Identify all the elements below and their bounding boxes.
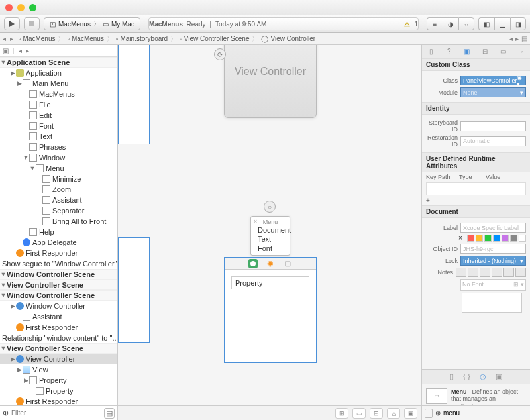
notes-bold-button[interactable] <box>456 268 466 277</box>
breadcrumb-item[interactable]: ▫MacMenus <box>67 35 103 42</box>
jump-next-button[interactable]: ▸ <box>515 35 519 42</box>
breadcrumb-item[interactable]: ▫View Controller Scene <box>180 35 249 42</box>
outline-item[interactable]: Show segue to "Window Controller" <box>0 258 117 269</box>
attributes-inspector-tab[interactable]: ⊟ <box>480 48 490 55</box>
outline-item[interactable]: ▶View <box>0 364 117 375</box>
notes-textarea[interactable] <box>462 293 522 313</box>
outline-item[interactable]: Font <box>0 121 117 131</box>
color-swatch[interactable] <box>484 235 492 242</box>
color-swatch[interactable] <box>476 235 483 242</box>
canvas-align-button[interactable]: ▭ <box>352 408 366 419</box>
canvas[interactable]: View Controller ⟳ ○ × Menu DocumentTextF… <box>118 45 421 420</box>
breadcrumb-item[interactable]: ▫MacMenus <box>19 35 55 42</box>
outline-item[interactable]: Separator <box>0 205 117 216</box>
menu-item[interactable]: Document <box>251 225 290 235</box>
outline-item[interactable]: Property <box>0 386 117 396</box>
stop-button[interactable] <box>24 17 40 30</box>
notes-align-l-button[interactable] <box>480 268 490 277</box>
scene-header[interactable]: ▼Application Scene <box>0 57 117 68</box>
storyboard-id-field[interactable] <box>460 121 526 131</box>
size-inspector-tab[interactable]: ▭ <box>498 48 508 55</box>
scene-header[interactable]: ▼Window Controller Scene <box>0 290 117 301</box>
jump-menu-button[interactable]: ▤ <box>521 35 527 42</box>
outline-item[interactable]: Relationship "window content" to "... <box>0 333 117 343</box>
class-field[interactable]: PanelViewController◉ ▾ <box>460 76 526 85</box>
scene-dock-exit-icon[interactable]: ▢ <box>283 259 292 268</box>
object-library-tab[interactable]: ◎ <box>480 372 486 381</box>
version-editor-button[interactable]: ↔ <box>458 17 474 30</box>
outline-item[interactable]: First Responder <box>0 322 117 333</box>
connections-inspector-tab[interactable]: → <box>515 48 526 55</box>
breadcrumb-item[interactable]: ◯View Controller <box>261 35 315 42</box>
zoom-window-button[interactable] <box>29 4 36 11</box>
scene-header[interactable]: ▼View Controller Scene <box>0 343 117 354</box>
help-inspector-tab[interactable]: ? <box>444 48 454 55</box>
outline-toggle-icon[interactable]: ▣ <box>3 47 9 54</box>
scene-header[interactable]: ▼View Controller Scene <box>0 280 117 290</box>
file-template-tab[interactable]: ▯ <box>450 372 454 381</box>
media-library-tab[interactable]: ▣ <box>496 372 502 381</box>
outline-item[interactable]: ▼Window <box>0 152 117 163</box>
canvas-constraints-button[interactable]: ⊞ <box>335 408 348 419</box>
scheme-selector[interactable]: ◳ MacMenus 〉 ▭ My Mac <box>44 17 140 30</box>
color-swatch[interactable] <box>493 235 500 242</box>
menu-close-icon[interactable]: × <box>254 218 257 225</box>
jump-prev-button[interactable]: ◂ <box>509 35 513 42</box>
canvas-resolve-button[interactable]: △ <box>387 408 400 419</box>
menu-object[interactable]: × Menu DocumentTextFont <box>250 216 290 256</box>
outline-item[interactable]: ▶Main Menu <box>0 78 117 89</box>
outline-item[interactable]: Bring All to Front <box>0 216 117 227</box>
label-color-swatches[interactable]: × <box>458 235 526 242</box>
restoration-id-field[interactable]: Automatic <box>460 136 526 146</box>
toggle-navigator-button[interactable]: ◧ <box>478 17 494 30</box>
outline-item[interactable]: Minimize <box>0 174 117 184</box>
color-swatch[interactable] <box>467 235 474 242</box>
outline-item[interactable]: ▶Window Controller <box>0 301 117 311</box>
outline-item[interactable]: ▶View Controller <box>0 354 117 364</box>
notes-align-r-button[interactable] <box>504 268 514 277</box>
view-controller-placeholder[interactable]: View Controller <box>224 45 317 118</box>
outline-item[interactable]: First Responder <box>0 248 117 258</box>
outline-item[interactable]: ▶Application <box>0 68 117 78</box>
library-filter-input[interactable] <box>443 409 527 417</box>
outline-tree[interactable]: ▼Application Scene▶Application▶Main Menu… <box>0 57 117 405</box>
outline-nav-fwd[interactable]: ▸ <box>26 47 29 54</box>
outline-item[interactable]: Assistant <box>0 311 117 322</box>
view-controller-panel[interactable]: ◉ ▢ Property <box>224 257 317 363</box>
color-swatch[interactable] <box>519 235 526 242</box>
outline-item[interactable]: Help <box>0 227 117 237</box>
lock-field[interactable]: Inherited - (Nothing)▾ <box>460 256 526 266</box>
module-field[interactable]: None▾ <box>460 87 526 97</box>
window-thumb-1[interactable] <box>118 45 150 144</box>
doc-label-field[interactable]: Xcode Specific Label <box>460 223 526 233</box>
library-view-mode-button[interactable] <box>425 409 433 418</box>
toggle-utilities-button[interactable]: ◨ <box>510 17 526 30</box>
library-item[interactable]: ▭Menu - Defines an object that manages a… <box>422 384 530 406</box>
run-button[interactable] <box>4 17 20 30</box>
assistant-editor-button[interactable]: ◑ <box>443 17 458 30</box>
color-swatch[interactable] <box>502 235 509 242</box>
outline-item[interactable]: ▼Menu <box>0 163 117 174</box>
scene-dock-vc-icon[interactable] <box>248 259 258 268</box>
notes-italic-button[interactable] <box>468 268 478 277</box>
outline-item[interactable]: Assistant <box>0 195 117 205</box>
minimize-window-button[interactable] <box>17 4 25 11</box>
outline-item[interactable]: First Responder <box>0 396 117 405</box>
code-snippet-tab[interactable]: { } <box>463 372 470 380</box>
outline-item[interactable]: File <box>0 99 117 110</box>
color-swatch[interactable] <box>510 235 517 242</box>
canvas-pin-button[interactable]: ⊟ <box>370 408 383 419</box>
close-window-button[interactable] <box>5 4 13 11</box>
standard-editor-button[interactable]: ≡ <box>427 17 443 30</box>
outline-item[interactable]: Edit <box>0 110 117 121</box>
breadcrumb-item[interactable]: ▫Main.storyboard <box>116 35 168 42</box>
outline-view-mode-button[interactable]: ▤ <box>104 408 115 419</box>
outline-item[interactable]: MacMenus <box>0 89 117 99</box>
segue-badge-top[interactable]: ⟳ <box>214 48 226 60</box>
outline-item[interactable]: Text <box>0 131 117 142</box>
segue-badge-mid[interactable]: ○ <box>264 201 276 213</box>
menu-item[interactable]: Font <box>251 244 290 253</box>
scene-dock-responder-icon[interactable]: ◉ <box>266 259 275 268</box>
outline-item[interactable]: Zoom <box>0 184 117 195</box>
file-inspector-tab[interactable]: ▯ <box>426 48 437 55</box>
